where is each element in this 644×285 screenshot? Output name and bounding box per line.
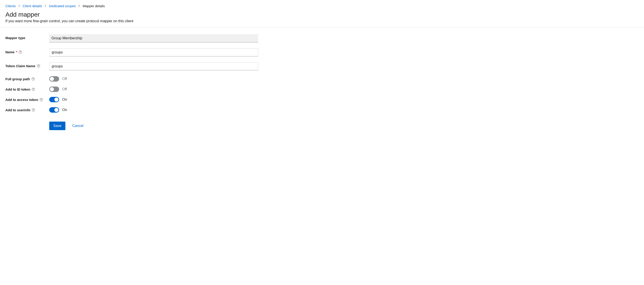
add-to-access-token-toggle[interactable] bbox=[49, 97, 59, 102]
help-icon[interactable] bbox=[19, 50, 22, 54]
help-icon[interactable] bbox=[32, 108, 35, 112]
mapper-form: Mapper type Group Membership Name * Toke… bbox=[0, 28, 644, 136]
label-add-to-userinfo: Add to userinfo bbox=[6, 108, 49, 112]
help-icon[interactable] bbox=[31, 77, 35, 81]
required-indicator: * bbox=[16, 50, 17, 54]
toggle-state-text: On bbox=[62, 98, 67, 102]
chevron-right-icon bbox=[18, 5, 20, 8]
mapper-type-field: Group Membership bbox=[49, 34, 258, 42]
svg-point-3 bbox=[38, 66, 39, 67]
help-icon[interactable] bbox=[40, 98, 43, 101]
label-add-to-id-token: Add to ID token bbox=[6, 88, 49, 91]
label-add-to-access-token: Add to access token bbox=[6, 98, 49, 102]
svg-point-7 bbox=[33, 90, 34, 90]
save-button[interactable]: Save bbox=[49, 122, 66, 130]
page-description: If you want more fine-grain control, you… bbox=[6, 19, 638, 23]
label-token-claim-name: Token Claim Name bbox=[6, 62, 49, 68]
full-group-path-toggle[interactable] bbox=[49, 76, 59, 82]
chevron-right-icon bbox=[45, 5, 46, 8]
label-name: Name * bbox=[6, 48, 49, 54]
label-full-group-path: Full group path bbox=[6, 77, 49, 81]
breadcrumb-current: Mapper details bbox=[83, 4, 105, 8]
toggle-state-text: Off bbox=[62, 87, 67, 91]
token-claim-name-input[interactable] bbox=[49, 62, 258, 70]
breadcrumb: Clients Client details Dedicated scopes … bbox=[6, 4, 638, 8]
cancel-button[interactable]: Cancel bbox=[72, 124, 83, 128]
svg-point-11 bbox=[33, 110, 34, 111]
breadcrumb-link-clients[interactable]: Clients bbox=[6, 4, 16, 8]
svg-point-1 bbox=[20, 52, 20, 53]
help-icon[interactable] bbox=[37, 64, 40, 68]
help-icon[interactable] bbox=[32, 88, 35, 91]
name-input[interactable] bbox=[49, 48, 258, 56]
svg-point-9 bbox=[41, 100, 41, 100]
toggle-state-text: On bbox=[62, 108, 67, 112]
label-mapper-type: Mapper type bbox=[6, 34, 49, 40]
add-to-userinfo-toggle[interactable] bbox=[49, 107, 59, 112]
breadcrumb-link-dedicated-scopes[interactable]: Dedicated scopes bbox=[49, 4, 76, 8]
page-title: Add mapper bbox=[6, 11, 638, 18]
add-to-id-token-toggle[interactable] bbox=[49, 86, 59, 92]
chevron-right-icon bbox=[78, 5, 80, 8]
breadcrumb-link-client-details[interactable]: Client details bbox=[23, 4, 42, 8]
svg-point-5 bbox=[33, 80, 33, 80]
toggle-state-text: Off bbox=[62, 77, 67, 81]
